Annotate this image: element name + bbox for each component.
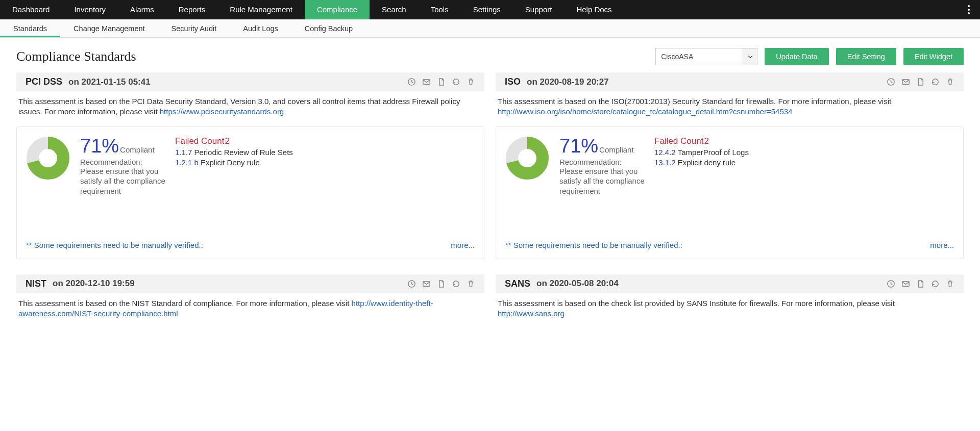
pdf-icon[interactable] bbox=[916, 280, 925, 288]
refresh-icon[interactable] bbox=[452, 280, 460, 288]
info-link[interactable]: https://www.pcisecuritystandards.org bbox=[160, 107, 284, 116]
card-description: This assessment is based on the PCI Data… bbox=[16, 91, 484, 126]
clock-icon[interactable] bbox=[407, 78, 416, 86]
failed-item: 1.1.7Periodic Review of Rule Sets bbox=[175, 147, 475, 158]
failed-item-code: 13.1.2 bbox=[654, 158, 676, 167]
trash-icon[interactable] bbox=[946, 280, 954, 288]
topnav-item-support[interactable]: Support bbox=[513, 0, 565, 19]
standard-date: on 2020-05-08 20:04 bbox=[536, 278, 619, 289]
failed-item: 13.1.2Explicit deny rule bbox=[654, 158, 954, 168]
page-content: Compliance Standards CiscoASA Update Dat… bbox=[0, 38, 980, 338]
failed-item: 12.4.2TamperProof of Logs bbox=[654, 147, 954, 158]
trash-icon[interactable] bbox=[467, 280, 475, 288]
standard-card-iso: ISOon 2020-08-19 20:27This assessment is… bbox=[496, 72, 964, 274]
info-link[interactable]: http://www.sans.org bbox=[498, 309, 565, 318]
svg-rect-5 bbox=[902, 80, 909, 84]
compliance-donut bbox=[505, 136, 551, 196]
compliance-percent: 71% bbox=[559, 136, 598, 156]
failed-count-title: Failed Count2 bbox=[654, 136, 954, 146]
card-description: This assessment is based on the NIST Sta… bbox=[16, 293, 484, 328]
topnav-item-help-docs[interactable]: Help Docs bbox=[564, 0, 624, 19]
mail-icon[interactable] bbox=[901, 280, 910, 288]
failed-item-text: Explicit Deny rule bbox=[201, 158, 260, 167]
topnav-item-compliance[interactable]: Compliance bbox=[305, 0, 370, 19]
standard-name: NIST bbox=[26, 278, 46, 289]
trash-icon[interactable] bbox=[946, 78, 954, 86]
topnav-item-dashboard[interactable]: Dashboard bbox=[0, 0, 62, 19]
clock-icon[interactable] bbox=[887, 78, 895, 86]
recommendation-label: Recommendation: bbox=[559, 158, 646, 166]
failed-item-code: 12.4.2 bbox=[654, 148, 676, 157]
update-data-button[interactable]: Update Data bbox=[765, 48, 828, 65]
subnav-item-config-backup[interactable]: Config Backup bbox=[291, 19, 366, 37]
card-description: This assessment is based on the check li… bbox=[496, 293, 964, 328]
failed-column: Failed Count212.4.2TamperProof of Logs13… bbox=[654, 136, 954, 196]
failed-item-text: Periodic Review of Rule Sets bbox=[194, 148, 292, 157]
failed-item-code: 1.2.1 b bbox=[175, 158, 199, 167]
recommendation-text: Please ensure that you satisfy all the c… bbox=[559, 166, 646, 196]
subnav-item-change-management[interactable]: Change Management bbox=[60, 19, 158, 37]
manual-verify-note: ** Some requirements need to be manually… bbox=[26, 241, 203, 249]
card-header: SANSon 2020-05-08 20:04 bbox=[496, 274, 964, 293]
failed-item-text: TamperProof of Logs bbox=[678, 148, 749, 157]
more-link[interactable]: more... bbox=[930, 241, 954, 249]
standards-grid: PCI DSSon 2021-01-15 05:41This assessmen… bbox=[16, 72, 964, 328]
refresh-icon[interactable] bbox=[452, 78, 460, 86]
failed-count-title: Failed Count2 bbox=[175, 136, 475, 146]
subnav-item-audit-logs[interactable]: Audit Logs bbox=[230, 19, 291, 37]
device-select[interactable]: CiscoASA bbox=[655, 48, 757, 65]
subnav-item-security-audit[interactable]: Security Audit bbox=[158, 19, 230, 37]
topnav-item-tools[interactable]: Tools bbox=[419, 0, 461, 19]
compliant-label: Compliant bbox=[120, 145, 155, 154]
top-nav: DashboardInventoryAlarmsReportsRule Mana… bbox=[0, 0, 980, 19]
card-body: 71%CompliantRecommendation:Please ensure… bbox=[496, 126, 964, 259]
svg-rect-1 bbox=[423, 80, 430, 84]
trash-icon[interactable] bbox=[467, 78, 475, 86]
compliance-donut bbox=[26, 136, 72, 196]
chevron-down-icon bbox=[743, 48, 757, 65]
more-link[interactable]: more... bbox=[451, 241, 475, 249]
failed-item: 1.2.1 bExplicit Deny rule bbox=[175, 158, 475, 168]
mail-icon[interactable] bbox=[901, 78, 910, 86]
topnav-item-inventory[interactable]: Inventory bbox=[62, 0, 118, 19]
svg-rect-9 bbox=[423, 281, 430, 286]
kebab-menu-icon[interactable] bbox=[964, 0, 974, 19]
mail-icon[interactable] bbox=[422, 280, 431, 288]
topnav-item-alarms[interactable]: Alarms bbox=[118, 0, 166, 19]
manual-verify-note: ** Some requirements need to be manually… bbox=[505, 241, 682, 249]
clock-icon[interactable] bbox=[407, 280, 416, 288]
topnav-item-settings[interactable]: Settings bbox=[461, 0, 513, 19]
page-header: Compliance Standards CiscoASA Update Dat… bbox=[16, 48, 964, 65]
standard-card-sans: SANSon 2020-05-08 20:04This assessment i… bbox=[496, 274, 964, 328]
standard-name: ISO bbox=[505, 77, 521, 87]
mail-icon[interactable] bbox=[422, 78, 431, 86]
compliant-label: Compliant bbox=[599, 145, 634, 154]
refresh-icon[interactable] bbox=[931, 78, 940, 86]
card-header: PCI DSSon 2021-01-15 05:41 bbox=[16, 72, 484, 91]
topnav-item-rule-management[interactable]: Rule Management bbox=[217, 0, 305, 19]
standard-card-nist: NISTon 2020-12-10 19:59This assessment i… bbox=[16, 274, 484, 328]
subnav-item-standards[interactable]: Standards bbox=[0, 19, 60, 37]
stats-column: 71%CompliantRecommendation:Please ensure… bbox=[559, 136, 646, 196]
failed-item-code: 1.1.7 bbox=[175, 148, 192, 157]
standard-name: PCI DSS bbox=[26, 77, 62, 87]
page-title: Compliance Standards bbox=[16, 49, 136, 64]
edit-widget-button[interactable]: Edit Widget bbox=[903, 48, 964, 65]
stats-column: 71%CompliantRecommendation:Please ensure… bbox=[80, 136, 167, 196]
clock-icon[interactable] bbox=[887, 280, 895, 288]
sub-nav: StandardsChange ManagementSecurity Audit… bbox=[0, 19, 980, 38]
recommendation-text: Please ensure that you satisfy all the c… bbox=[80, 166, 167, 196]
info-link[interactable]: http://www.iso.org/iso/home/store/catalo… bbox=[498, 107, 792, 116]
pdf-icon[interactable] bbox=[916, 78, 925, 86]
pdf-icon[interactable] bbox=[437, 280, 446, 288]
topnav-item-reports[interactable]: Reports bbox=[166, 0, 218, 19]
pdf-icon[interactable] bbox=[437, 78, 446, 86]
standard-card-pci-dss: PCI DSSon 2021-01-15 05:41This assessmen… bbox=[16, 72, 484, 274]
topnav-item-search[interactable]: Search bbox=[370, 0, 419, 19]
header-controls: CiscoASA Update Data Edit Setting Edit W… bbox=[655, 48, 964, 65]
compliance-percent: 71% bbox=[80, 136, 119, 156]
svg-rect-11 bbox=[902, 281, 909, 286]
standard-name: SANS bbox=[505, 278, 530, 289]
refresh-icon[interactable] bbox=[931, 280, 940, 288]
edit-setting-button[interactable]: Edit Setting bbox=[836, 48, 896, 65]
